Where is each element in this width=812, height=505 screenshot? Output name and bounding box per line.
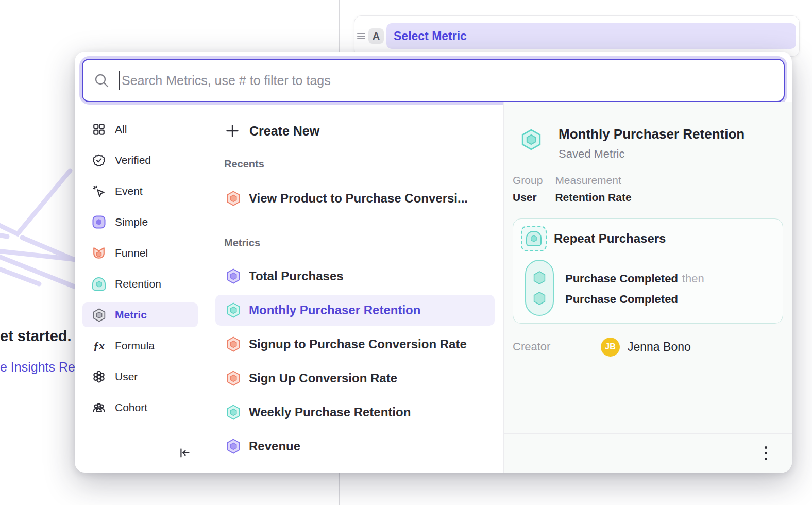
event-sequence-capsule — [525, 260, 554, 316]
event-hexagon-icon — [532, 270, 547, 285]
sidebar-item-label: Event — [115, 185, 143, 197]
sidebar-item-all[interactable]: All — [82, 117, 198, 142]
retention-icon — [92, 277, 106, 291]
retention-metric-hexagon-icon — [520, 129, 542, 161]
user-cluster-icon — [92, 370, 106, 383]
sidebar-item-label: All — [115, 123, 127, 136]
create-new-button[interactable]: Create New — [215, 116, 503, 145]
funnel-icon — [92, 246, 106, 260]
collapse-left-icon[interactable] — [178, 446, 192, 460]
metric-item-total-purchases[interactable]: Total Purchases — [215, 261, 495, 292]
search-icon — [93, 72, 110, 89]
event-hexagon-icon — [532, 291, 547, 306]
kebab-menu-icon[interactable] — [762, 443, 770, 463]
metrics-header: Metrics — [224, 237, 503, 249]
drag-handle-icon[interactable] — [357, 32, 365, 40]
group-label: Group — [513, 174, 543, 187]
sidebar-item-funnel[interactable]: Funnel — [82, 241, 198, 265]
metric-item-weekly-purchase-retention[interactable]: Weekly Purchase Retention — [215, 397, 495, 428]
plus-icon — [225, 124, 240, 138]
sidebar-item-label: Cohort — [115, 401, 147, 414]
metric-item-label: Signup to Purchase Conversion Rate — [249, 337, 467, 351]
search-input[interactable] — [122, 73, 773, 88]
metric-item-monthly-purchaser-retention[interactable]: Monthly Purchaser Retention — [215, 295, 495, 326]
recents-header: Recents — [224, 158, 503, 170]
decorative-chart-lines — [0, 167, 82, 322]
sidebar-item-formula[interactable]: ƒx Formula — [82, 333, 198, 358]
definition-step-2: Purchase Completed — [565, 289, 704, 310]
metric-item-label: Weekly Purchase Retention — [249, 405, 411, 419]
group-value: User — [513, 191, 543, 204]
verified-badge-icon — [92, 154, 106, 167]
step-connector: then — [682, 272, 704, 285]
event-cursor-icon — [92, 184, 106, 198]
metric-detail-panel: Monthly Purchaser Retention Saved Metric… — [504, 102, 792, 473]
metric-picker-modal: All Verified — [75, 52, 792, 473]
simple-metric-icon — [92, 215, 106, 229]
simple-metric-hexagon-icon — [226, 268, 241, 284]
sidebar-item-retention[interactable]: Retention — [82, 272, 198, 296]
sidebar-item-label: Formula — [115, 340, 155, 352]
retention-metric-hexagon-icon — [226, 405, 241, 420]
metric-item-label: Monthly Purchaser Retention — [249, 303, 420, 317]
metric-item-signup-to-purchase[interactable]: Signup to Purchase Conversion Rate — [215, 329, 495, 360]
sidebar-item-cohort[interactable]: Cohort — [82, 395, 198, 420]
metric-hexagon-icon — [92, 308, 106, 322]
funnel-metric-hexagon-icon — [226, 371, 241, 386]
creator-name: Jenna Bono — [628, 340, 691, 354]
creator-label: Creator — [513, 340, 580, 354]
sidebar-item-simple[interactable]: Simple — [82, 210, 198, 234]
recent-metric-label: View Product to Purchase Conversi... — [249, 191, 468, 206]
grid-icon — [92, 123, 106, 136]
definition-step-1: Purchase Completed then — [565, 268, 704, 289]
text-caret — [119, 71, 120, 90]
metric-item-label: Total Purchases — [249, 269, 344, 283]
retention-definition-icon — [521, 226, 547, 251]
creator-row: Creator JB Jenna Bono — [513, 336, 781, 357]
cohort-icon — [92, 401, 106, 414]
background-heading-fragment: et started. — [0, 328, 72, 345]
sidebar-item-label: Metric — [115, 309, 147, 321]
select-metric-pill[interactable]: Select Metric — [386, 23, 796, 49]
query-builder-row: A Select Metric — [354, 15, 800, 57]
measurement-value: Retention Rate — [555, 191, 631, 204]
metric-definition-card: Repeat Purchasers Purchase Completed the… — [513, 218, 783, 324]
series-a-badge[interactable]: A — [368, 28, 384, 44]
metric-list-panel: Create New Recents View Product to Purch… — [206, 102, 504, 473]
creator-avatar: JB — [601, 338, 620, 357]
funnel-metric-hexagon-icon — [226, 336, 241, 352]
sidebar-item-verified[interactable]: Verified — [82, 148, 198, 173]
metric-item-revenue[interactable]: Revenue — [215, 431, 495, 462]
create-new-label: Create New — [249, 124, 319, 139]
group-field: Group User — [513, 174, 543, 204]
sidebar-item-event[interactable]: Event — [82, 179, 198, 204]
formula-icon: ƒx — [92, 339, 106, 352]
recent-metric-item[interactable]: View Product to Purchase Conversi... — [215, 184, 495, 213]
background-link-fragment[interactable]: e Insights Re — [0, 360, 75, 375]
measurement-field: Measurement Retention Rate — [555, 174, 631, 204]
retention-metric-hexagon-icon — [226, 302, 241, 318]
detail-title: Monthly Purchaser Retention — [559, 126, 745, 142]
measurement-label: Measurement — [555, 174, 631, 187]
definition-title: Repeat Purchasers — [554, 231, 666, 246]
sidebar-item-label: Simple — [115, 216, 148, 228]
metric-item-sign-up-conversion[interactable]: Sign Up Conversion Rate — [215, 363, 495, 394]
list-divider — [215, 225, 495, 225]
sidebar-item-metric[interactable]: Metric — [82, 302, 198, 327]
sidebar-item-user[interactable]: User — [82, 364, 198, 389]
search-field-wrap — [82, 59, 785, 102]
detail-subtitle: Saved Metric — [559, 147, 745, 161]
sidebar-item-label: Verified — [115, 154, 151, 166]
sidebar-item-label: Retention — [115, 278, 161, 290]
metric-item-label: Sign Up Conversion Rate — [249, 371, 397, 385]
simple-metric-hexagon-icon — [226, 439, 241, 454]
funnel-metric-hexagon-icon — [226, 191, 241, 206]
filter-sidebar: All Verified — [75, 102, 206, 473]
metric-item-label: Revenue — [249, 439, 300, 453]
sidebar-item-label: User — [115, 371, 138, 383]
sidebar-item-label: Funnel — [115, 247, 148, 259]
